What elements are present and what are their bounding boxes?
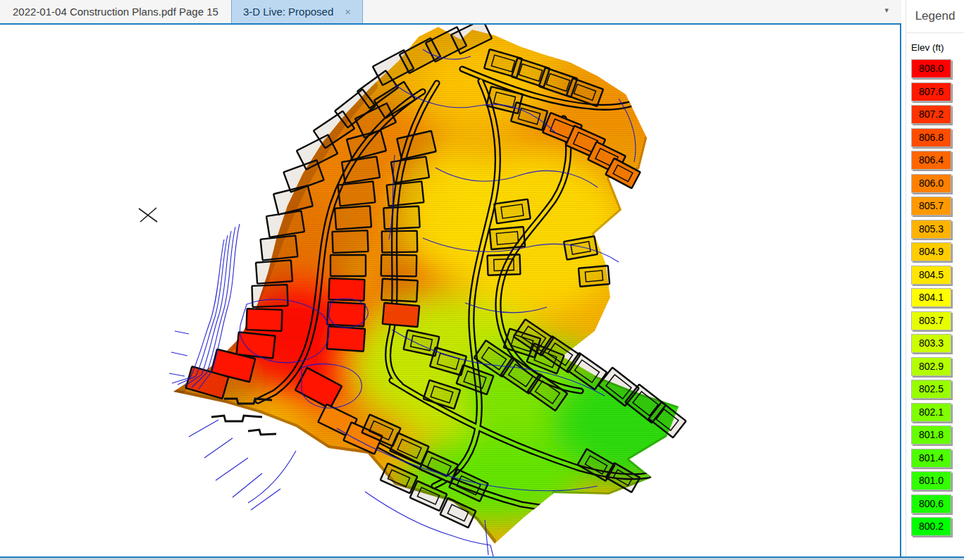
chevron-down-icon[interactable]: ▾ <box>884 6 889 15</box>
building-pad <box>328 278 364 301</box>
legend-title: Legend <box>906 0 964 32</box>
legend-entry[interactable]: 808.0 <box>911 59 951 78</box>
building-pad <box>246 309 282 331</box>
legend-entry[interactable]: 807.6 <box>911 82 951 101</box>
building-pad <box>391 156 429 182</box>
building-pad <box>330 255 366 276</box>
legend-entry[interactable]: 802.9 <box>911 357 951 376</box>
legend-entry[interactable]: 800.6 <box>911 494 951 514</box>
legend-entry[interactable]: 805.3 <box>911 220 951 239</box>
legend-entry[interactable]: 801.4 <box>911 449 951 468</box>
building-pad <box>256 260 292 283</box>
building-pad <box>488 254 521 275</box>
terrain-3d-model[interactable] <box>0 25 900 556</box>
close-icon[interactable]: × <box>345 6 351 17</box>
tab-bar: 2022-01-04 Construction Plans.pdf Page 1… <box>0 0 901 25</box>
legend-entry[interactable]: 806.4 <box>911 151 951 170</box>
building-pad <box>382 231 418 253</box>
building-pad <box>494 199 530 223</box>
legend-entry[interactable]: 803.3 <box>911 334 951 353</box>
building-pad <box>332 230 368 253</box>
tab-label: 3-D Live: Proposed <box>243 6 333 18</box>
building-pad <box>261 235 298 260</box>
legend-entries: 808.0807.6807.2806.8806.4806.0805.7805.3… <box>906 59 964 536</box>
building-pad <box>327 326 365 351</box>
building-pad <box>335 206 371 229</box>
building-pad <box>252 285 288 307</box>
legend-panel: Legend Elev (ft) 808.0807.6807.2806.8806… <box>906 0 964 556</box>
building-pad <box>490 227 525 249</box>
tab-label: 2022-01-04 Construction Plans.pdf Page 1… <box>13 6 218 18</box>
building-pad <box>266 211 304 237</box>
legend-entry[interactable]: 802.5 <box>911 380 951 399</box>
building-pad <box>381 255 417 277</box>
building-pad <box>383 206 420 230</box>
crosshair-marker <box>139 208 157 222</box>
legend-entry[interactable]: 804.9 <box>911 242 951 261</box>
tab-3d-live-proposed[interactable]: 3-D Live: Proposed × <box>231 0 363 23</box>
legend-entry[interactable]: 806.0 <box>911 174 951 193</box>
legend-entry[interactable]: 805.7 <box>911 197 951 216</box>
legend-entry[interactable]: 806.8 <box>911 128 951 147</box>
legend-entry[interactable]: 803.7 <box>911 311 951 330</box>
legend-entry[interactable]: 800.2 <box>911 517 951 536</box>
building-pad <box>338 181 376 206</box>
divider <box>906 32 964 33</box>
legend-entry[interactable]: 804.1 <box>911 288 951 307</box>
legend-entry[interactable]: 804.5 <box>911 266 951 285</box>
tab-construction-plans-pdf[interactable]: 2022-01-04 Construction Plans.pdf Page 1… <box>0 0 231 23</box>
legend-entry[interactable]: 801.8 <box>911 425 951 444</box>
legend-entry[interactable]: 801.0 <box>911 471 951 490</box>
building-pad <box>381 279 418 302</box>
3d-live-viewport[interactable] <box>0 25 901 556</box>
building-pad <box>342 156 380 182</box>
elevation-unit-label: Elev (ft) <box>911 42 964 53</box>
building-pad <box>387 181 424 206</box>
building-pad <box>383 303 419 327</box>
legend-entry[interactable]: 802.1 <box>911 403 951 422</box>
legend-entry[interactable]: 807.2 <box>911 105 951 124</box>
building-pad <box>579 266 610 287</box>
